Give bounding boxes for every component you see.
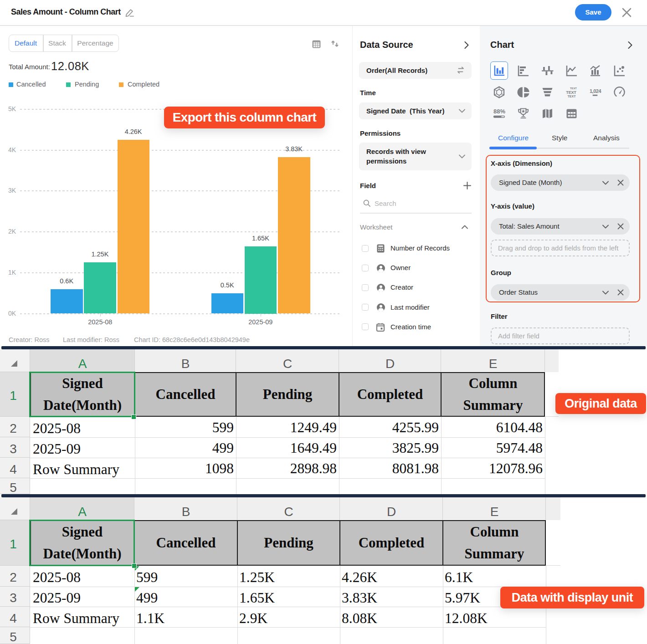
svg-text:1,024: 1,024 — [590, 88, 601, 94]
svg-text:TEXT: TEXT — [567, 95, 576, 98]
svg-text:TEXT: TEXT — [566, 90, 576, 95]
svg-text:88%: 88% — [493, 108, 505, 115]
svg-text:TEXT: TEXT — [570, 87, 577, 90]
